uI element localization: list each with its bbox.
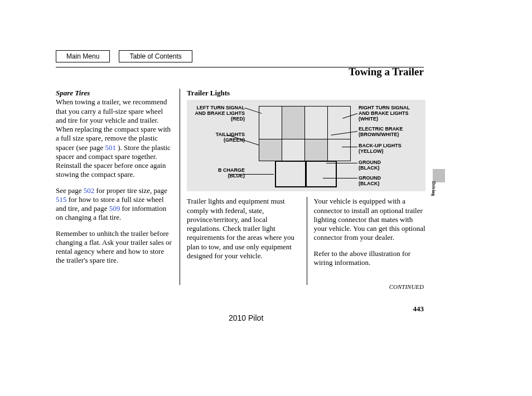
spare-tires-column: Spare Tires When towing a trailer, we re… — [56, 89, 180, 285]
page-link-501[interactable]: 501 — [105, 143, 116, 152]
trailer-lights-text-columns: Trailer lights and equipment must comply… — [187, 197, 427, 285]
label-ground-2: GROUND(BLACK) — [359, 176, 381, 187]
continued-label: CONTINUED — [389, 283, 424, 290]
page-link-509[interactable]: 509 — [109, 204, 120, 213]
label-b-charge: B CHARGE(BLUE) — [191, 168, 245, 179]
connector-grid — [259, 107, 353, 187]
spare-tires-p3: Remember to unhitch the trailer before c… — [56, 229, 173, 265]
page-number: 443 — [413, 305, 424, 313]
text: for proper tire size, page — [94, 186, 167, 195]
vehicle-model: 2010 Pilot — [229, 313, 263, 322]
manual-page: Main Menu Table of Contents Towing a Tra… — [56, 50, 446, 285]
label-backup: BACK-UP LIGHTS(YELLOW) — [359, 143, 402, 154]
text: Refer to the above illustration for wiri… — [314, 249, 427, 268]
content-columns: Spare Tires When towing a trailer, we re… — [56, 89, 446, 285]
section-tab-label: Driving — [431, 181, 436, 196]
spare-tires-p1: When towing a trailer, we recommend that… — [56, 98, 173, 179]
trailer-lights-column: Trailer Lights LEFT TURN SIGNALAND BRAKE… — [180, 89, 427, 285]
label-electric-brake: ELECTRIC BRAKE(BROWN/WHITE) — [359, 127, 403, 138]
text: See page — [56, 186, 84, 195]
trailer-lights-text-left: Trailer lights and equipment must comply… — [187, 197, 307, 285]
spare-tires-p2: See page 502 for proper tire size, page … — [56, 186, 173, 223]
page-title: Towing a Trailer — [349, 66, 424, 78]
wiring-diagram: LEFT TURN SIGNALAND BRAKE LIGHTS(RED) TA… — [187, 100, 425, 191]
section-tab: Driving — [433, 169, 445, 182]
label-left-turn: LEFT TURN SIGNALAND BRAKE LIGHTS(RED) — [191, 105, 245, 122]
page-link-515[interactable]: 515 — [56, 195, 67, 204]
text: Your vehicle is equipped with a connecto… — [314, 197, 427, 242]
trailer-lights-heading: Trailer Lights — [187, 89, 427, 98]
text: Trailer lights and equipment must comply… — [187, 197, 300, 260]
page-link-502[interactable]: 502 — [84, 186, 95, 195]
toc-button[interactable]: Table of Contents — [119, 50, 192, 62]
label-right-turn: RIGHT TURN SIGNALAND BRAKE LIGHTS(WHITE) — [359, 105, 421, 122]
nav-buttons: Main Menu Table of Contents — [56, 50, 446, 62]
main-menu-button[interactable]: Main Menu — [56, 50, 110, 62]
trailer-lights-text-right: Your vehicle is equipped with a connecto… — [314, 197, 427, 285]
label-ground-1: GROUND(BLACK) — [359, 160, 381, 171]
spare-tires-heading: Spare Tires — [56, 89, 173, 98]
